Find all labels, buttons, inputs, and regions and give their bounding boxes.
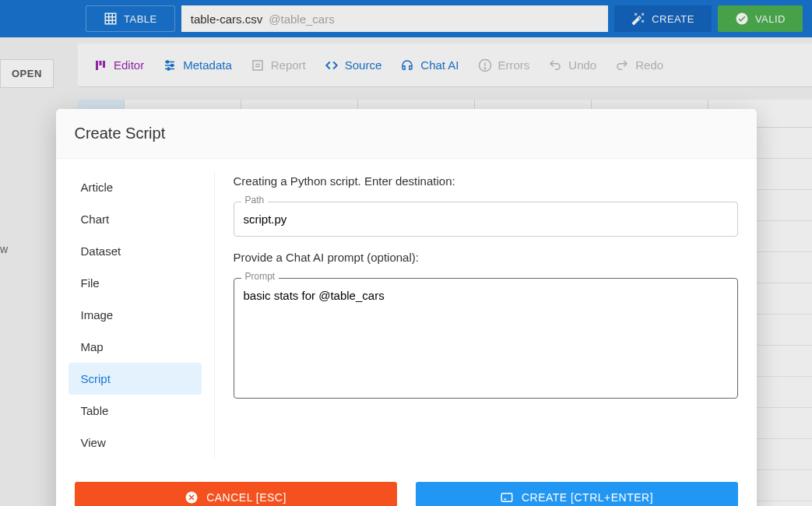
modal-content: Creating a Python script. Enter destinat… xyxy=(215,171,757,459)
cancel-icon xyxy=(185,490,199,504)
prompt-legend: Prompt xyxy=(241,271,279,282)
modal-type-list: ArticleChartDatasetFileImageMapScriptTab… xyxy=(56,171,215,459)
modal-header: Create Script xyxy=(56,109,757,159)
modal-body: ArticleChartDatasetFileImageMapScriptTab… xyxy=(56,159,757,471)
path-legend: Path xyxy=(241,195,269,206)
prompt-textarea[interactable] xyxy=(234,278,738,399)
type-option-article[interactable]: Article xyxy=(69,171,202,203)
type-option-script[interactable]: Script xyxy=(69,363,202,395)
create-confirm-label: CREATE [CTRL+ENTER] xyxy=(522,491,653,504)
path-input[interactable] xyxy=(234,202,738,237)
path-field: Path xyxy=(234,202,738,237)
modal-footer: CANCEL [ESC] CREATE [CTRL+ENTER] xyxy=(56,471,757,506)
type-option-map[interactable]: Map xyxy=(69,331,202,363)
modal-title: Create Script xyxy=(75,125,738,142)
cancel-button-label: CANCEL [ESC] xyxy=(206,491,286,504)
create-confirm-button[interactable]: CREATE [CTRL+ENTER] xyxy=(416,482,738,506)
type-option-chart[interactable]: Chart xyxy=(69,203,202,235)
cancel-button[interactable]: CANCEL [ESC] xyxy=(75,482,397,506)
type-option-table[interactable]: Table xyxy=(69,395,202,427)
modal-intro-text: Creating a Python script. Enter destinat… xyxy=(234,174,738,188)
type-option-view[interactable]: View xyxy=(69,427,202,459)
svg-rect-19 xyxy=(501,494,512,502)
type-option-file[interactable]: File xyxy=(69,267,202,299)
create-script-modal: Create Script ArticleChartDatasetFileIma… xyxy=(56,109,757,506)
prompt-label: Provide a Chat AI prompt (optional): xyxy=(234,251,738,264)
type-option-dataset[interactable]: Dataset xyxy=(69,235,202,267)
prompt-field: Prompt xyxy=(234,278,738,402)
modal-backdrop: Create Script ArticleChartDatasetFileIma… xyxy=(0,0,812,506)
create-icon xyxy=(500,490,514,504)
type-option-image[interactable]: Image xyxy=(69,299,202,331)
